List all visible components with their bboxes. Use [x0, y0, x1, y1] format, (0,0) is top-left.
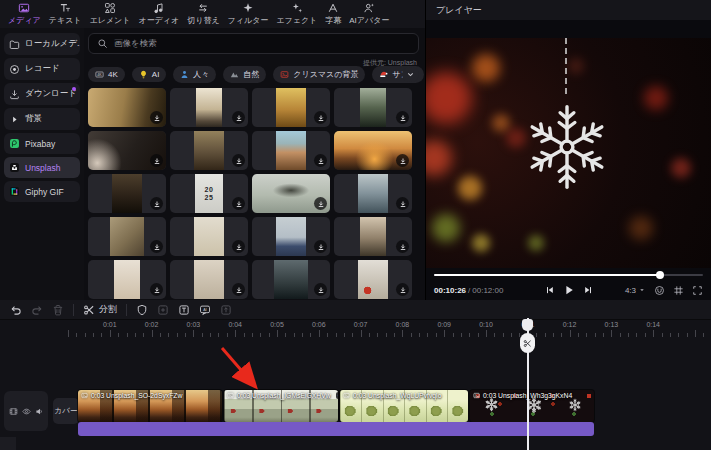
- seek-handle[interactable]: [656, 271, 664, 279]
- nav-item-audio[interactable]: オーディオ: [138, 2, 179, 26]
- playhead-handle[interactable]: [522, 319, 533, 331]
- filter-chip-nature[interactable]: 自然: [223, 66, 266, 83]
- export-frame-button[interactable]: [220, 304, 232, 316]
- download-button[interactable]: [150, 154, 163, 167]
- marker-button[interactable]: [136, 304, 148, 316]
- download-button[interactable]: [232, 154, 245, 167]
- filter-chip-ai[interactable]: AI: [132, 67, 167, 82]
- add-text-button[interactable]: [178, 304, 190, 316]
- download-button[interactable]: [232, 240, 245, 253]
- sidebar-item-backgrounds[interactable]: 背景: [4, 108, 80, 130]
- playhead-split-button[interactable]: [520, 333, 535, 353]
- nav-item-effects[interactable]: エフェクト: [276, 2, 317, 26]
- ruler-label: 0:04: [228, 321, 242, 328]
- ai-captions-button[interactable]: AI: [199, 304, 211, 316]
- download-button[interactable]: [396, 154, 409, 167]
- filter-chip-christmas-background[interactable]: クリスマスの背景: [273, 66, 365, 83]
- nav-item-captions[interactable]: 字幕: [325, 2, 341, 26]
- timeline-clip[interactable]: 0:03 Unsplash_SO-2dSyxFZw: [78, 390, 222, 422]
- thumbnail-image: [110, 217, 144, 256]
- split-button[interactable]: 分割: [83, 304, 117, 316]
- download-arrow-icon: [235, 157, 243, 165]
- media-thumbnail[interactable]: [88, 174, 166, 213]
- media-thumbnail[interactable]: [88, 260, 166, 299]
- svg-text:4K: 4K: [97, 73, 102, 77]
- download-button[interactable]: [314, 154, 327, 167]
- nav-item-filters[interactable]: フィルター: [228, 2, 269, 26]
- aspect-ratio-button[interactable]: 4:3: [625, 286, 646, 295]
- download-button[interactable]: [232, 111, 245, 124]
- media-thumbnail[interactable]: [252, 260, 330, 299]
- seek-bar[interactable]: [434, 274, 703, 276]
- download-button[interactable]: [232, 197, 245, 210]
- nav-item-transitions[interactable]: 切り替え: [187, 2, 219, 26]
- video-preview[interactable]: [426, 38, 711, 268]
- sidebar-item-downloads[interactable]: ダウンロード: [4, 83, 80, 105]
- next-frame-button[interactable]: [583, 285, 593, 295]
- sidebar-item-unsplash[interactable]: Unsplash: [4, 157, 80, 178]
- media-thumbnail[interactable]: [334, 260, 412, 299]
- media-thumbnail[interactable]: [170, 260, 248, 299]
- timeline-clip[interactable]: 0:03 Unsplash_WqLUPvfvqlo: [340, 390, 468, 422]
- media-thumbnail[interactable]: [170, 131, 248, 170]
- toolbar-separator: [73, 304, 74, 316]
- media-thumbnail[interactable]: [88, 131, 166, 170]
- download-button[interactable]: [314, 111, 327, 124]
- download-button[interactable]: [396, 111, 409, 124]
- media-thumbnail[interactable]: 20 25: [170, 174, 248, 213]
- sidebar-item-giphy[interactable]: Giphy GIF: [4, 181, 80, 202]
- play-button[interactable]: [563, 284, 575, 296]
- nav-item-ai-avatar[interactable]: AIアバター: [349, 2, 389, 26]
- snowflake-icon: [518, 98, 616, 196]
- redo-button[interactable]: [31, 304, 43, 316]
- media-thumbnail[interactable]: [170, 217, 248, 256]
- sidebar-item-local-media[interactable]: ローカルメデ...: [4, 33, 80, 55]
- media-thumbnail[interactable]: [88, 88, 166, 127]
- sidebar-item-pixabay[interactable]: Pixabay: [4, 133, 80, 154]
- download-button[interactable]: [396, 197, 409, 210]
- download-button[interactable]: [314, 283, 327, 296]
- media-thumbnail[interactable]: [334, 217, 412, 256]
- download-button[interactable]: [150, 197, 163, 210]
- media-thumbnail[interactable]: [170, 88, 248, 127]
- previous-frame-button[interactable]: [545, 285, 555, 295]
- nav-item-elements[interactable]: エレメント: [90, 2, 131, 26]
- download-button[interactable]: [314, 197, 327, 210]
- media-thumbnail[interactable]: [252, 88, 330, 127]
- media-thumbnail[interactable]: [252, 174, 330, 213]
- search-input[interactable]: 画像を検索: [88, 33, 419, 54]
- timeline-clip[interactable]: 0:03 Unsplash_IGMsEiGXHVw+: [224, 390, 338, 422]
- ruler-tick: [185, 333, 186, 337]
- download-button[interactable]: [150, 283, 163, 296]
- download-button[interactable]: [396, 240, 409, 253]
- undo-button[interactable]: [10, 304, 22, 316]
- delete-button[interactable]: [52, 304, 64, 316]
- media-thumbnail[interactable]: [252, 131, 330, 170]
- media-thumbnail[interactable]: [88, 217, 166, 256]
- group-button[interactable]: [157, 304, 169, 316]
- filter-chip-4k[interactable]: 4K4K: [88, 67, 125, 82]
- ruler-label: 0:01: [103, 321, 117, 328]
- audio-track-bar[interactable]: [78, 422, 594, 436]
- sidebar-item-record[interactable]: レコード: [4, 58, 80, 80]
- download-button[interactable]: [232, 283, 245, 296]
- fullscreen-button[interactable]: [692, 285, 703, 296]
- download-button[interactable]: [150, 240, 163, 253]
- media-thumbnail[interactable]: [334, 131, 412, 170]
- nav-item-media[interactable]: メディア: [8, 2, 41, 26]
- nav-item-text[interactable]: テキスト: [49, 2, 82, 26]
- download-arrow-icon: [153, 200, 161, 208]
- download-button[interactable]: [396, 283, 409, 296]
- timeline-clip[interactable]: 0:03 Unsplash_Wh3g3gKxN4: [470, 390, 594, 422]
- timeline-ruler[interactable]: 0:010:020:030:040:050:060:070:080:090:10…: [0, 320, 711, 338]
- download-button[interactable]: [150, 111, 163, 124]
- download-button[interactable]: [314, 240, 327, 253]
- media-thumbnail[interactable]: [334, 174, 412, 213]
- grid-view-button[interactable]: [673, 285, 684, 296]
- media-thumbnail[interactable]: [334, 88, 412, 127]
- filter-chip-people[interactable]: 人々: [173, 66, 216, 83]
- more-chips-button[interactable]: [402, 67, 419, 82]
- snapping-button[interactable]: [654, 285, 665, 296]
- player-title: プレイヤー: [436, 4, 482, 17]
- media-thumbnail[interactable]: [252, 217, 330, 256]
